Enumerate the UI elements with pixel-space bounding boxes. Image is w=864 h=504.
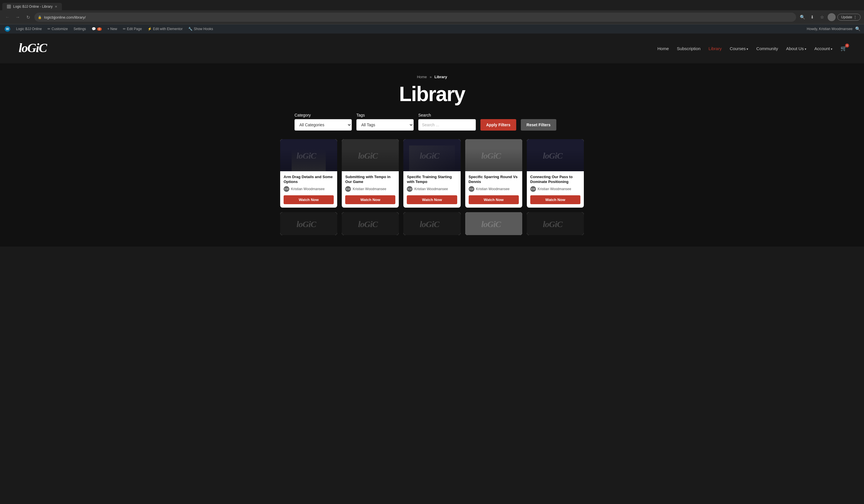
watch-now-button-5[interactable]: Watch Now [530, 195, 580, 204]
video-author-3: KW Kristian Woodmansee [407, 186, 457, 192]
video-card-2: loGiC Submitting with Tempo in Our Game … [342, 139, 399, 208]
breadcrumb-home-link[interactable]: Home [417, 75, 427, 79]
video-card-body-1: Arm Drag Details and Some Options KW Kri… [280, 171, 337, 192]
video-card-6: loGiC [280, 212, 337, 235]
video-card-footer-3: Watch Now [403, 192, 460, 208]
nav-about-us[interactable]: About Us [786, 46, 806, 51]
forward-button[interactable]: → [14, 13, 22, 21]
search-browser-button[interactable]: 🔍 [799, 13, 806, 21]
video-card-body-3: Specific Training Starting with Tempo KW… [403, 171, 460, 192]
svg-text:loGiC: loGiC [19, 41, 47, 55]
apply-filters-button[interactable]: Apply Filters [480, 119, 516, 131]
logo-svg: loGiC [17, 39, 51, 55]
site-wrapper: loGiC Home Subscription Library Courses … [0, 34, 864, 247]
admin-bar-edit-page[interactable]: ✏ Edit Page [121, 24, 144, 34]
filter-bar: Category All Categories Takedowns Guard … [289, 113, 575, 131]
svg-text:loGiC: loGiC [420, 219, 440, 229]
category-select[interactable]: All Categories Takedowns Guard Passing S… [295, 119, 352, 131]
svg-text:loGiC: loGiC [543, 219, 563, 229]
settings-label: Settings [74, 27, 86, 31]
search-input[interactable] [418, 119, 476, 131]
category-label: Category [295, 113, 352, 118]
thumb-logo-6: loGiC [280, 212, 337, 235]
video-thumbnail-9: loGiC [465, 212, 522, 235]
video-card-3: loGiC Specific Training Starting with Te… [403, 139, 460, 208]
video-card-10: loGiC [527, 212, 584, 235]
search-label: Search [418, 113, 476, 118]
thumb-overlay-2 [342, 149, 399, 171]
nav-community[interactable]: Community [756, 46, 778, 51]
nav-account[interactable]: Account [814, 46, 832, 51]
update-button[interactable]: Update ⋮ [837, 14, 861, 21]
video-author-5: KW Kristian Woodmansee [530, 186, 580, 192]
watch-now-button-2[interactable]: Watch Now [345, 195, 395, 204]
author-avatar-1: KW [284, 186, 289, 192]
fighter-scene-3 [409, 146, 455, 171]
video-thumbnail-7: loGiC [342, 212, 399, 235]
browser-chrome: Logic BJJ Online - Library ✕ ← → ↻ 🔒 🔍 ⬇… [0, 0, 864, 24]
video-card-9: loGiC [465, 212, 522, 235]
cart-icon[interactable]: 🛒 0 [840, 45, 847, 51]
admin-bar-customize[interactable]: ✏ Customize [45, 24, 70, 34]
downloads-button[interactable]: ⬇ [808, 13, 816, 21]
video-card-footer-4: Watch Now [465, 192, 522, 208]
svg-text:loGiC: loGiC [481, 219, 501, 229]
video-card-8: loGiC [403, 212, 460, 235]
customize-label: Customize [51, 27, 68, 31]
edit-page-label: Edit Page [127, 27, 142, 31]
watch-now-button-1[interactable]: Watch Now [284, 195, 334, 204]
nav-home[interactable]: Home [658, 46, 669, 51]
reset-filters-button[interactable]: Reset Filters [521, 119, 556, 131]
tab-title: Logic BJJ Online - Library [13, 4, 52, 9]
site-header: loGiC Home Subscription Library Courses … [0, 34, 864, 63]
reload-button[interactable]: ↻ [24, 13, 32, 21]
admin-bar-site-name[interactable]: Logic BJJ Online [14, 24, 44, 34]
bookmark-button[interactable]: ☆ [818, 13, 826, 21]
video-grid: loGiC Arm Drag Details and Some Options … [274, 139, 590, 247]
thumb-logo-9: loGiC [465, 212, 522, 235]
comments-icon: 💬 [92, 27, 96, 31]
video-title-1: Arm Drag Details and Some Options [284, 175, 334, 184]
watch-now-button-4[interactable]: Watch Now [469, 195, 519, 204]
video-card-footer-2: Watch Now [342, 192, 399, 208]
wp-logo-item[interactable]: W [2, 24, 13, 34]
breadcrumb-current: Library [435, 75, 447, 79]
video-card-body-4: Specific Sparring Round Vs Dennis KW Kri… [465, 171, 522, 192]
video-author-1: KW Kristian Woodmansee [284, 186, 334, 192]
show-hooks-label: Show Hooks [194, 27, 213, 31]
update-chevron-icon: ⋮ [853, 15, 857, 19]
video-card-4: loGiC Specific Sparring Round Vs Dennis … [465, 139, 522, 208]
profile-button[interactable] [828, 13, 836, 21]
video-title-5: Connecting Our Pass to Dominate Position… [530, 175, 580, 184]
site-logo[interactable]: loGiC [17, 39, 51, 58]
admin-bar-site-label: Logic BJJ Online [16, 27, 42, 31]
svg-text:loGiC: loGiC [297, 219, 316, 229]
nav-courses[interactable]: Courses [730, 46, 748, 51]
watch-now-button-3[interactable]: Watch Now [407, 195, 457, 204]
admin-bar-new[interactable]: + New [105, 24, 119, 34]
thumb-logo-8: loGiC [403, 212, 460, 235]
back-button[interactable]: ← [3, 13, 11, 21]
url-input[interactable] [44, 15, 793, 20]
video-thumbnail-1: loGiC [280, 139, 337, 171]
browser-tab-active[interactable]: Logic BJJ Online - Library ✕ [2, 3, 62, 10]
nav-library[interactable]: Library [708, 46, 722, 51]
admin-bar-elementor[interactable]: ⚡ Edit with Elementor [145, 24, 185, 34]
address-bar[interactable]: 🔒 [34, 13, 796, 22]
fighter-silhouette-1 [292, 149, 326, 171]
video-card-7: loGiC [342, 212, 399, 235]
filter-tags-group: Tags All Tags Beginner Intermediate Adva… [356, 113, 414, 131]
tab-favicon [7, 4, 11, 9]
browser-toolbar: ← → ↻ 🔒 🔍 ⬇ ☆ Update ⋮ [0, 10, 864, 24]
cart-badge: 0 [845, 44, 849, 48]
site-nav: Home Subscription Library Courses Commun… [658, 45, 847, 51]
admin-search-button[interactable]: 🔍 [854, 25, 862, 33]
nav-subscription[interactable]: Subscription [677, 46, 701, 51]
admin-bar-settings[interactable]: Settings [71, 24, 88, 34]
admin-bar-comments[interactable]: 💬 0 [89, 24, 104, 34]
filter-category-group: Category All Categories Takedowns Guard … [295, 113, 352, 131]
tab-close-button[interactable]: ✕ [55, 5, 57, 9]
tags-select[interactable]: All Tags Beginner Intermediate Advanced … [356, 119, 414, 131]
video-card-1: loGiC Arm Drag Details and Some Options … [280, 139, 337, 208]
admin-bar-show-hooks[interactable]: 🔧 Show Hooks [186, 24, 215, 34]
